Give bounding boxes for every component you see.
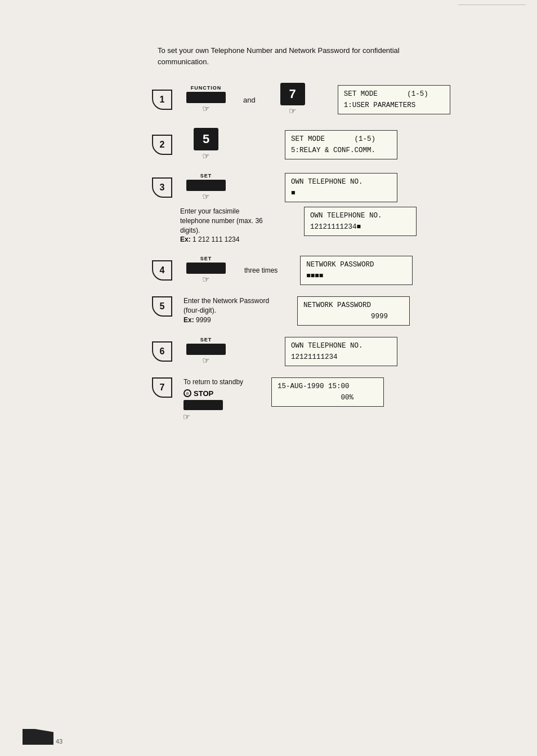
step-1-seven: 7 ☞ <box>265 83 321 117</box>
stop-button[interactable] <box>184 400 223 410</box>
hand-icon-2: ☞ <box>203 152 209 162</box>
lcd-3a: OWN TELEPHONE NO. ■ <box>285 173 397 202</box>
step-1-center: FUNCTION ☞ <box>178 85 234 114</box>
step-1-row: 1 FUNCTION ☞ and 7 ☞ SET MODE (1-5) 1:US… <box>152 83 503 117</box>
step-7-center: To return to standby ⊘ STOP ☞ <box>184 377 243 423</box>
step-7-badge: 7 <box>152 377 172 398</box>
key-5-button[interactable]: 5 <box>194 128 218 150</box>
function-button[interactable] <box>186 92 226 103</box>
step-3-badge: 3 <box>152 177 172 198</box>
decorative-lines <box>458 5 526 10</box>
footer-mark <box>23 729 53 745</box>
intro-text: To set your own Telephone Number and Net… <box>158 45 450 67</box>
hand-icon-1b: ☞ <box>289 106 296 117</box>
stop-label: STOP <box>194 389 213 398</box>
hand-icon-7: ☞ <box>184 412 243 423</box>
step-6-badge: 6 <box>152 341 172 362</box>
step-3-description: Enter your facsimile telephone number (m… <box>180 207 270 244</box>
set-label-3: SET <box>200 173 212 179</box>
and-text: and <box>243 96 256 104</box>
function-label: FUNCTION <box>191 85 222 91</box>
lcd-1: SET MODE (1-5) 1:USER PARAMETERS <box>338 85 450 114</box>
set-button-3[interactable] <box>186 180 226 191</box>
lcd-7: 15-AUG-1990 15:00 00% <box>271 377 384 407</box>
step-5-description: Enter the Network Password(four-digit). … <box>184 296 269 324</box>
step-5-center: Enter the Network Password(four-digit). … <box>184 296 269 324</box>
step-6-row: 6 SET ☞ OWN TELEPHONE NO. 12121111234 <box>152 337 503 366</box>
step-3-center: SET ☞ <box>178 173 234 202</box>
hand-icon-6: ☞ <box>203 356 209 366</box>
page: To set your own Telephone Number and Net… <box>0 0 537 756</box>
set-label-4: SET <box>200 256 212 261</box>
return-to-standby-text: To return to standby <box>184 377 243 387</box>
hand-icon-1: ☞ <box>203 104 209 114</box>
lcd-3b: OWN TELEPHONE NO. 12121111234■ <box>304 207 417 236</box>
set-button-4[interactable] <box>186 263 226 274</box>
hand-icon-4: ☞ <box>203 275 209 285</box>
step-2-center: 5 ☞ <box>178 128 234 162</box>
step-3-group: 3 SET ☞ OWN TELEPHONE NO. ■ Enter your f… <box>152 173 503 244</box>
step-1-badge: 1 <box>152 90 172 110</box>
stop-row: ⊘ STOP <box>184 389 243 398</box>
step-6-center: SET ☞ <box>178 337 234 366</box>
footer: 43 <box>23 729 62 745</box>
step-4-center: SET ☞ <box>178 256 234 285</box>
step-5-badge: 5 <box>152 296 172 317</box>
step-4-badge: 4 <box>152 260 172 281</box>
step-2-badge: 2 <box>152 135 172 155</box>
hand-icon-3: ☞ <box>203 192 209 202</box>
footer-page-number: 43 <box>56 738 62 745</box>
step-3-desc-row: Enter your facsimile telephone number (m… <box>180 207 503 244</box>
lcd-4: NETWORK PASSWORD ■■■■ <box>300 256 413 285</box>
step-7-group: 7 To return to standby ⊘ STOP ☞ 15-AUG-1… <box>152 377 503 423</box>
step-3-row: 3 SET ☞ OWN TELEPHONE NO. ■ <box>152 173 503 202</box>
set-label-6: SET <box>200 337 212 343</box>
key-7-button[interactable]: 7 <box>280 83 305 105</box>
three-times-text: three times <box>244 266 278 275</box>
lcd-2: SET MODE (1-5) 5:RELAY & CONF.COMM. <box>285 130 397 159</box>
lcd-5: NETWORK PASSWORD 9999 <box>297 296 410 326</box>
lcd-6: OWN TELEPHONE NO. 12121111234 <box>285 337 397 366</box>
set-button-6[interactable] <box>186 344 226 355</box>
step-2-row: 2 5 ☞ SET MODE (1-5) 5:RELAY & CONF.COMM… <box>152 128 503 162</box>
steps-container: 1 FUNCTION ☞ and 7 ☞ SET MODE (1-5) 1:US… <box>152 83 503 423</box>
stop-circle-icon: ⊘ <box>184 389 191 397</box>
step-4-row: 4 SET ☞ three times NETWORK PASSWORD ■■■… <box>152 256 503 285</box>
step-5-group: 5 Enter the Network Password(four-digit)… <box>152 296 503 326</box>
